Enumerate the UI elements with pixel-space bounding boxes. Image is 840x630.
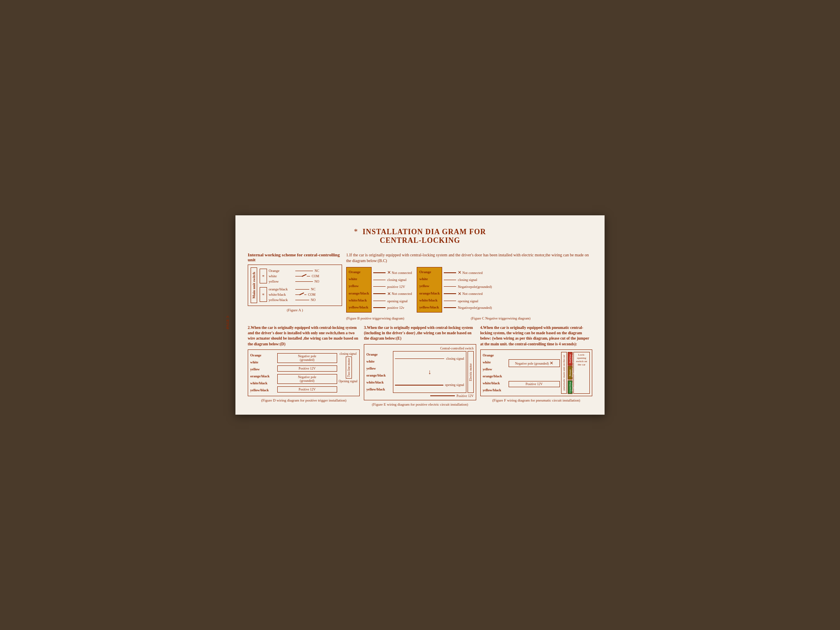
fig-c-cap-text: (Figure C Negative triggerwiring diagram…: [471, 316, 530, 320]
wire-c-2: white: [419, 276, 440, 283]
conn-c-5: opening signal: [444, 299, 492, 303]
wire-label-yb: yellow/black: [269, 298, 295, 302]
figure-a-heading: Internal working scheme for central-cont…: [248, 252, 342, 262]
f-wire-1: Orange: [483, 352, 507, 359]
desc-text-1: 1.If the car is originally equipped with…: [346, 252, 592, 264]
neg-pole-text: Negative pole (grounded): [515, 362, 549, 365]
central-switch-text: Central-controlled switch: [440, 347, 474, 350]
col2-title: 3.When the car is originally equipped wi…: [364, 325, 476, 342]
conn-text-b2: closing signal: [387, 278, 406, 282]
line2: [304, 294, 306, 295]
sig-opening: opening signal: [395, 383, 464, 387]
conn-text-c6: Negativepole(grounded): [458, 306, 492, 310]
e-wire-5: white/black: [366, 379, 392, 386]
figure-d-area: Orange white yellow orange/black white/b…: [248, 349, 360, 396]
line: [373, 280, 386, 281]
fig-f-caption: (Figure F wiring diagram for pneumatic c…: [480, 398, 592, 402]
conn-text-b3: positive 12V: [387, 285, 405, 289]
coil-symbol-bottom: ≋: [260, 287, 267, 302]
conn-b-2: closing signal: [373, 278, 412, 282]
f-wire-3: yellow: [483, 366, 507, 373]
closing-sig: closing signal: [446, 357, 464, 361]
title-text1: INSTALLATION DIA GRAM FOR: [363, 228, 486, 236]
wire-line-y: [295, 281, 313, 282]
wire-row-orange: Orange NC: [269, 269, 319, 273]
fig-d-motor: closing signal Two line motor Opening si…: [339, 352, 358, 394]
switch-diagonal2: [299, 292, 304, 295]
star: *: [354, 228, 358, 236]
neg-pole-box-1: Negative pole(grounded): [277, 353, 337, 363]
closing-sig-label: closing signal: [340, 352, 356, 356]
wire-c-1: Orange: [419, 269, 440, 276]
com-label-2: COM: [308, 293, 315, 297]
f-wire-4: orange/black: [483, 373, 507, 380]
green-bar: Green/blue Negative line: [568, 380, 573, 394]
line: [373, 293, 386, 294]
col1-title: 2.When the car is originally equipped wi…: [248, 325, 360, 347]
wire-line-yb: [295, 300, 309, 301]
fig-d-inner: Orange white yellow orange/black white/b…: [250, 352, 357, 394]
figures-bc: Orange white yellow orange/black white/b…: [346, 267, 592, 313]
coil-symbol-top: ≋: [260, 269, 267, 283]
bottom-col-1: 2.When the car is originally equipped wi…: [248, 325, 360, 406]
title-line1: * INSTALLATION DIA GRAM FOR: [248, 228, 592, 236]
conn-c-4: ✕ Not connected: [444, 291, 492, 297]
wire-b-4: orange/black: [349, 290, 369, 297]
page-label: -PAGE 3-: [226, 315, 230, 330]
figure-b: Orange white yellow orange/black white/b…: [346, 267, 413, 313]
sig-closing: closing signal: [395, 357, 464, 361]
opening-sig-label: Opening signal: [339, 379, 358, 383]
wire-label-wb: white/black: [269, 292, 295, 297]
wire-row-yb: yellow/black NO: [269, 298, 315, 302]
nc-label-1: NC: [315, 269, 319, 273]
fig-d-signals: Negative pole(grounded) Positive 12V Neg…: [277, 352, 337, 394]
wire-b-2: white: [349, 276, 369, 283]
pneumatic-main-box: pneumatic main unit on the car: [561, 352, 567, 394]
d-wire-3: yellow: [250, 366, 276, 373]
conn-text-b5: opening signal: [387, 299, 408, 303]
line: [444, 301, 456, 301]
arrow-down: ↓: [395, 368, 464, 376]
fig-e-caption: (Figure E wiring diagram for positive el…: [364, 402, 476, 406]
figure-a-box: Main unit switch ≋ Orange NC: [248, 265, 342, 306]
wire-c-6: yellow/black: [419, 304, 440, 311]
conn-b: ✕ Not connected closing signal positive …: [372, 267, 413, 313]
wire-label-orange: Orange: [269, 269, 295, 273]
pneumatic-label: pneumatic main unit on the car: [562, 355, 566, 391]
wire-label-ob: orange/black: [269, 287, 295, 291]
wire-c-3: yellow: [419, 283, 440, 290]
wire-row-ob: orange/black NC: [269, 287, 315, 291]
e-wire-2: white: [366, 358, 392, 365]
conn-text-c1: Not connected: [462, 271, 482, 275]
x-mark-2: ✕: [387, 291, 391, 297]
fig-d-wires: Orange white yellow orange/black white/b…: [250, 352, 276, 394]
wire-label-white: white: [269, 274, 295, 278]
no-label-2: NO: [311, 298, 316, 302]
line2: [307, 276, 310, 277]
red-bar: Red/blue positive line: [568, 352, 573, 365]
f-neg-pole: Negative pole (grounded) ✕: [509, 359, 560, 367]
wire-row-wb: white/black COM: [269, 292, 315, 297]
no-label-1: NO: [315, 280, 320, 283]
line: [444, 307, 456, 308]
conn-text-b1: Not connected: [392, 271, 412, 275]
wire-label-yellow: yellow: [269, 279, 295, 283]
line: [444, 280, 456, 281]
wire-b-5: white/black: [349, 297, 369, 304]
fig-f-wires: Orange white yellow orange/black white/b…: [483, 352, 507, 394]
figure-e-area: Central-controlled switch Orange white y…: [364, 344, 476, 400]
central-switch-box: closing signal ↓ opening signal: [393, 351, 466, 393]
pos12v-line: [430, 395, 455, 396]
title-section: * INSTALLATION DIA GRAM FOR CENTRAL-LOCK…: [248, 228, 592, 245]
electric-motor-box: Electric motor: [468, 351, 474, 393]
right-panel: 1.If the car is originally equipped with…: [346, 252, 592, 321]
conn-c-6: Negativepole(grounded): [444, 306, 492, 310]
line: [444, 293, 456, 294]
opening-sig: opening signal: [445, 383, 464, 387]
wire-h: [395, 358, 444, 359]
figure-c: Orange white yellow orange/black white/b…: [417, 267, 493, 313]
fig-f-right: pneumatic main unit on the car Red/blue …: [561, 352, 590, 394]
switch-diagonal: [302, 274, 307, 276]
wire-b-6: yellow/black: [349, 304, 369, 311]
vertical-switch-label: Main unit switch: [251, 267, 257, 303]
